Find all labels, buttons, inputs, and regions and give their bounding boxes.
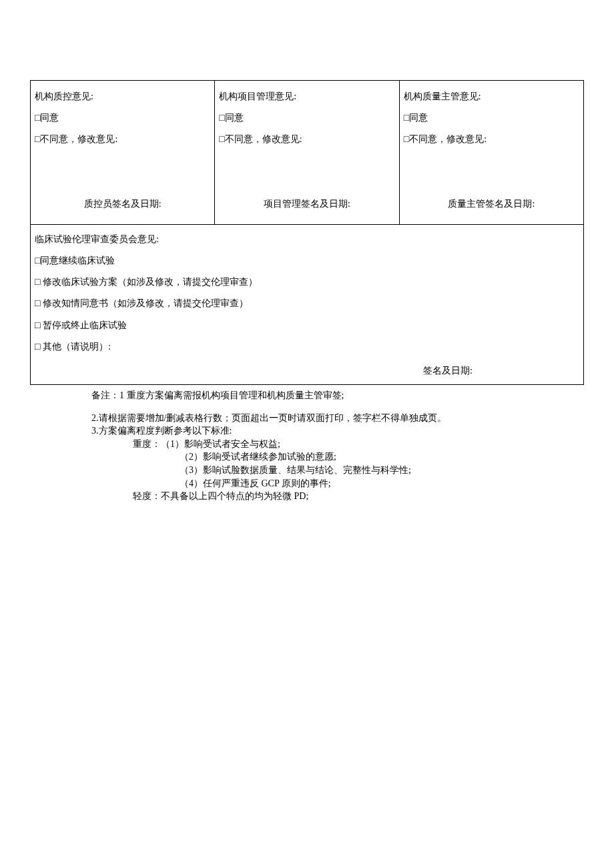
note-5: （2）影响受试者继续参加试验的意愿; bbox=[91, 450, 584, 464]
qc-signature-label: 质控员签名及日期: bbox=[35, 193, 210, 219]
ethics-signature-label: 签名及日期: bbox=[35, 360, 579, 382]
ethics-title: 临床试验伦理审查委员会意见: bbox=[35, 229, 579, 250]
checkbox-icon[interactable]: □ bbox=[219, 134, 224, 144]
checkbox-icon[interactable]: □ bbox=[404, 134, 409, 144]
ethics-opt5: 其他（请说明）: bbox=[40, 342, 110, 352]
ethics-opt2: 修改临床试验方案（如涉及修改，请提交伦理审查） bbox=[40, 277, 258, 287]
qs-signature-label: 质量主管签名及日期: bbox=[404, 193, 579, 219]
qs-disagree-row: □不同意，修改意见: bbox=[404, 129, 579, 150]
ethics-opt5-row: □ 其他（请说明）: bbox=[35, 336, 579, 358]
note-1: 备注：1 重度方案偏离需报机构项目管理和机构质量主管审签; bbox=[91, 389, 584, 402]
col-ethics: 临床试验伦理审查委员会意见: □同意继续临床试验 □ 修改临床试验方案（如涉及修… bbox=[31, 224, 584, 384]
note-4: 重度：（1）影响受试者安全与权益; bbox=[91, 438, 584, 451]
checkbox-icon[interactable]: □ bbox=[219, 113, 224, 123]
ethics-row: 临床试验伦理审查委员会意见: □同意继续临床试验 □ 修改临床试验方案（如涉及修… bbox=[31, 224, 584, 384]
col-project-management: 机构项目管理意见: □同意 □不同意，修改意见: 项目管理签名及日期: bbox=[215, 81, 399, 225]
note-3: 3.方案偏离程度判断参考以下标准: bbox=[91, 424, 584, 438]
note-2: 2.请根据需要增加/删减表格行数；页面超出一页时请双面打印，签字栏不得单独成页。 bbox=[91, 412, 584, 425]
note-8: 轻度：不具备以上四个特点的均为轻微 PD; bbox=[91, 490, 584, 503]
qs-title: 机构质量主管意见: bbox=[404, 86, 579, 107]
checkbox-icon[interactable]: □ bbox=[404, 113, 409, 123]
col-quality-supervisor: 机构质量主管意见: □同意 □不同意，修改意见: 质量主管签名及日期: bbox=[399, 81, 583, 225]
ethics-opt1-row: □同意继续临床试验 bbox=[35, 250, 579, 272]
ethics-opt4: 暂停或终止临床试验 bbox=[40, 320, 127, 330]
note-7: （4）任何严重违反 GCP 原则的事件; bbox=[91, 477, 584, 490]
pm-signature-label: 项目管理签名及日期: bbox=[219, 193, 394, 219]
pm-disagree: 不同意，修改意见: bbox=[225, 134, 302, 144]
qc-agree-row: □同意 bbox=[35, 107, 210, 129]
qs-disagree: 不同意，修改意见: bbox=[409, 134, 487, 144]
qs-agree: 同意 bbox=[409, 113, 428, 123]
qs-agree-row: □同意 bbox=[404, 107, 579, 129]
qc-title: 机构质控意见: bbox=[35, 86, 210, 107]
note-6: （3）影响试脸数据质量、结果与结论、完整性与科学性; bbox=[91, 464, 584, 477]
qc-agree: 同意 bbox=[40, 113, 59, 123]
ethics-opt3: 修改知情同意书（如涉及修改，请提交伦理审查） bbox=[40, 298, 248, 308]
pm-agree: 同意 bbox=[225, 113, 244, 123]
notes-block: 备注：1 重度方案偏离需报机构项目管理和机构质量主管审签; 2.请根据需要增加/… bbox=[30, 389, 584, 503]
qc-disagree-row: □不同意，修改意见: bbox=[35, 129, 210, 150]
pm-agree-row: □同意 bbox=[219, 107, 394, 129]
ethics-opt2-row: □ 修改临床试验方案（如涉及修改，请提交伦理审查） bbox=[35, 272, 579, 293]
ethics-opt3-row: □ 修改知情同意书（如涉及修改，请提交伦理审查） bbox=[35, 293, 579, 314]
pm-title: 机构项目管理意见: bbox=[219, 86, 394, 107]
ethics-opt1: 同意继续临床试验 bbox=[40, 256, 115, 266]
ethics-opt4-row: □ 暂停或终止临床试验 bbox=[35, 315, 579, 336]
col-quality-control: 机构质控意见: □同意 □不同意，修改意见: 质控员签名及日期: bbox=[31, 81, 215, 225]
qc-disagree: 不同意，修改意见: bbox=[40, 134, 117, 144]
pm-disagree-row: □不同意，修改意见: bbox=[219, 129, 394, 150]
opinions-row: 机构质控意见: □同意 □不同意，修改意见: 质控员签名及日期: 机构项目管理意… bbox=[31, 81, 584, 225]
form-table: 机构质控意见: □同意 □不同意，修改意见: 质控员签名及日期: 机构项目管理意… bbox=[30, 80, 584, 385]
